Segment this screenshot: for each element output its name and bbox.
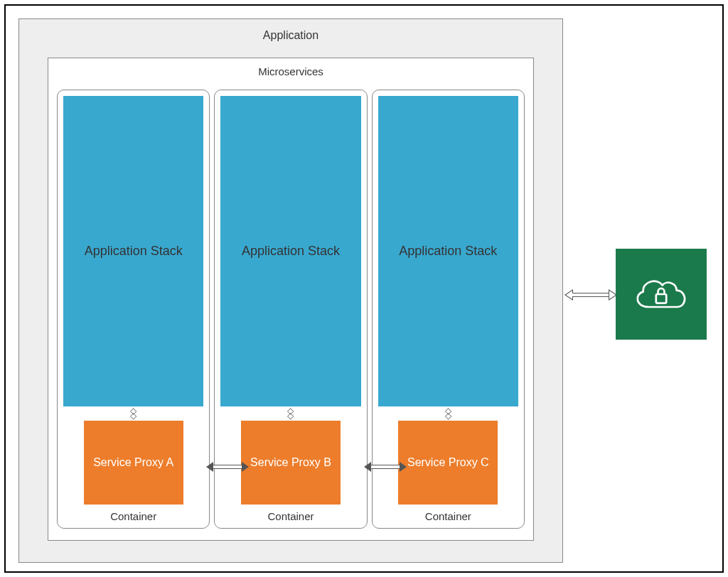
container-label-c: Container (425, 505, 471, 524)
arrow-proxy-a-b (206, 462, 249, 472)
application-stack-a: Application Stack (63, 96, 203, 406)
microservices-box: Microservices Application Stack ◇◇ Servi… (48, 58, 534, 541)
application-title: Application (19, 19, 562, 49)
service-proxy-c: Service Proxy C (398, 421, 498, 505)
container-label-a: Container (110, 505, 156, 524)
connector-stack-proxy-c: ◇◇ (445, 406, 451, 421)
container-a: Application Stack ◇◇ Service Proxy A Con… (57, 90, 210, 529)
cloud-lock-icon (628, 269, 694, 320)
service-proxy-label: Service Proxy C (407, 455, 489, 470)
application-stack-label: Application Stack (85, 243, 183, 259)
svg-rect-0 (656, 294, 666, 303)
arrow-app-cloud (564, 290, 617, 300)
application-stack-label: Application Stack (242, 243, 340, 259)
service-proxy-label: Service Proxy A (93, 455, 173, 470)
connector-stack-proxy-b: ◇◇ (287, 406, 294, 421)
service-proxy-label: Service Proxy B (250, 455, 331, 470)
diagram-canvas: Application Microservices Application St… (4, 4, 724, 573)
service-proxy-b: Service Proxy B (241, 421, 341, 505)
application-stack-b: Application Stack (220, 96, 360, 406)
arrow-proxy-b-c (364, 462, 407, 472)
service-proxy-a: Service Proxy A (84, 421, 183, 505)
microservices-title: Microservices (48, 58, 533, 82)
diamond-connector-icon: ◇◇ (287, 409, 294, 419)
application-box: Application Microservices Application St… (18, 18, 563, 563)
application-stack-c: Application Stack (378, 96, 518, 406)
container-label-b: Container (267, 505, 314, 524)
cloud-service-box (616, 249, 707, 340)
diamond-connector-icon: ◇◇ (130, 409, 136, 419)
application-stack-label: Application Stack (399, 243, 497, 259)
diamond-connector-icon: ◇◇ (445, 409, 451, 419)
containers-row: Application Stack ◇◇ Service Proxy A Con… (57, 90, 525, 529)
connector-stack-proxy-a: ◇◇ (130, 406, 136, 421)
